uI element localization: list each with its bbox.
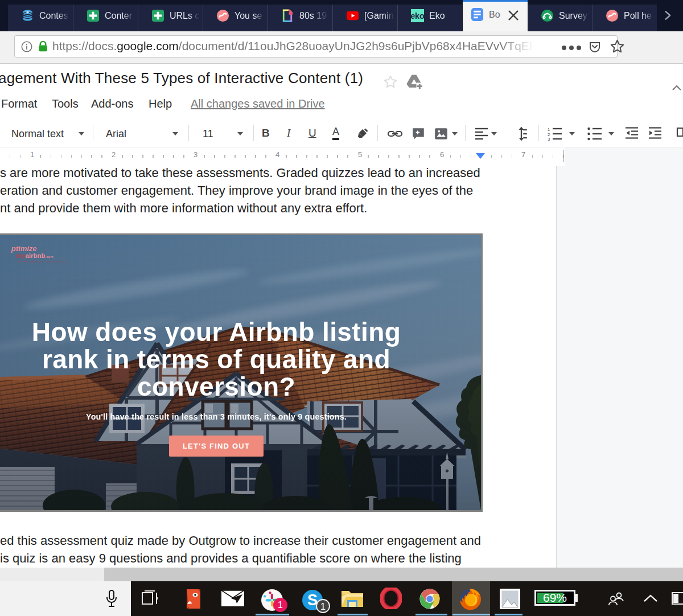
svg-text:3: 3: [548, 137, 550, 141]
svg-text:ptimize: ptimize: [11, 244, 37, 253]
svg-text:1: 1: [548, 127, 550, 132]
svg-text:SUPERCHARGE YOUR LISTING: SUPERCHARGE YOUR LISTING: [17, 260, 68, 263]
svg-text:eko: eko: [411, 11, 424, 20]
